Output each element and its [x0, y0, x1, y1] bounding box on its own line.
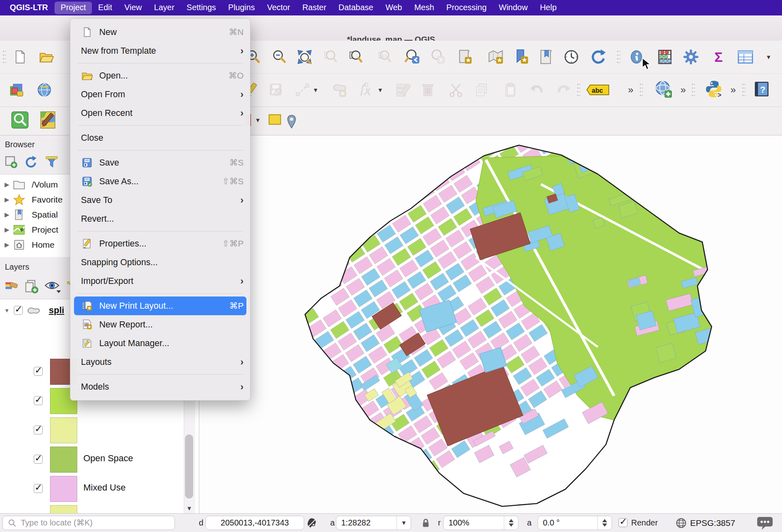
annotation-dropdown-caret[interactable]: ▾ [253, 111, 263, 129]
menubar-item-web[interactable]: Web [379, 2, 408, 14]
help-icon[interactable]: ? [752, 80, 771, 98]
menu-item-models[interactable]: Models› [70, 377, 250, 396]
layout-manager-icon[interactable] [486, 48, 505, 66]
render-checkbox[interactable] [619, 518, 627, 527]
menu-item-new-from-template[interactable]: New from Template› [70, 41, 250, 60]
layers-scrollbar-down-icon[interactable]: ▼ [184, 503, 195, 513]
menu-item-save[interactable]: Save⌘S [70, 153, 250, 172]
magnifier-spin-buttons[interactable] [504, 516, 518, 530]
menu-item-new-print-layout[interactable]: New Print Layout...⌘P [74, 297, 246, 315]
layers-scrollbar-thumb[interactable] [185, 434, 193, 499]
toolbar-overflow-chevron[interactable]: » [727, 81, 739, 99]
open-project-icon[interactable] [37, 48, 55, 66]
data-source-manager-icon[interactable] [7, 81, 26, 99]
toolbar-grip[interactable] [691, 83, 695, 97]
crs-globe-icon[interactable] [674, 516, 688, 530]
metasearch-globe-icon[interactable] [654, 80, 673, 98]
modify-attributes-icon[interactable] [394, 81, 412, 99]
zoom-native-icon[interactable]: 1:1 [375, 48, 394, 66]
menubar-item-mesh[interactable]: Mesh [408, 2, 440, 14]
menubar-item-raster[interactable]: Raster [296, 2, 332, 14]
attribute-table-dropdown-caret[interactable]: ▾ [763, 48, 774, 66]
vertex-tool-icon[interactable] [357, 81, 375, 99]
temporal-controller-icon[interactable] [562, 48, 581, 66]
statistical-summary-icon[interactable] [656, 48, 674, 66]
legend-swatch[interactable] [50, 417, 77, 443]
options-gear-icon[interactable] [682, 48, 700, 66]
menu-item-save-as[interactable]: Save As...⇧⌘S [70, 172, 250, 191]
menu-item-snapping-options[interactable]: Snapping Options... [70, 253, 250, 272]
browser-item-favorites[interactable]: ▶ Favorite [2, 194, 63, 206]
toolbar-grip[interactable] [616, 50, 620, 64]
menubar-item-processing[interactable]: Processing [440, 2, 493, 14]
zoom-last-icon[interactable] [403, 48, 422, 66]
expand-caret-icon[interactable]: ▶ [2, 226, 12, 233]
browser-refresh-icon[interactable] [22, 153, 39, 170]
coordinate-field[interactable]: 2050013,-4017343 [205, 516, 304, 530]
shape-digitizing-icon[interactable] [330, 81, 349, 99]
manage-visibility-icon[interactable] [43, 277, 63, 295]
menu-item-new-report[interactable]: New Report... [70, 315, 250, 334]
toolbar-grip[interactable] [742, 83, 745, 97]
zoom-next-icon[interactable] [428, 48, 447, 66]
legend-checkbox[interactable] [34, 425, 43, 434]
menu-item-properties[interactable]: Properties...⇧⌘P [70, 234, 250, 253]
menu-item-layout-manager[interactable]: Layout Manager... [70, 334, 250, 353]
scale-dropdown-caret[interactable]: ▾ [396, 516, 411, 530]
menubar-item-database[interactable]: Database [332, 2, 379, 14]
new-bookmark-icon[interactable] [512, 48, 531, 66]
expand-caret-icon[interactable]: ▶ [2, 181, 12, 188]
expand-caret-icon[interactable]: ▶ [2, 241, 12, 249]
legend-checkbox[interactable] [34, 367, 43, 376]
legend-checkbox[interactable] [34, 455, 43, 464]
browser-item-home[interactable]: ▶ Home [2, 239, 54, 251]
layer-visibility-checkbox[interactable] [14, 306, 23, 315]
rotation-spinbox[interactable]: 0.0 ° [538, 516, 612, 530]
map-canvas[interactable] [199, 135, 782, 513]
crs-status[interactable]: EPSG:3857 [690, 518, 735, 528]
menu-item-new[interactable]: New⌘N [70, 23, 250, 41]
messages-bubble-icon[interactable] [756, 516, 774, 530]
magnifier-spinbox[interactable]: 100% [443, 516, 518, 530]
menu-item-save-to[interactable]: Save To› [70, 191, 250, 209]
menubar-item-vector[interactable]: Vector [261, 2, 296, 14]
attribute-table-icon[interactable] [736, 48, 755, 66]
menubar-item-window[interactable]: Window [493, 2, 534, 14]
menubar-item-help[interactable]: Help [534, 2, 563, 14]
toolbar-grip[interactable] [577, 83, 580, 97]
menubar-item-plugins[interactable]: Plugins [222, 2, 261, 14]
map-style-edit-icon[interactable] [39, 111, 58, 129]
menu-item-close[interactable]: Close [70, 129, 250, 147]
python-console-icon[interactable]: > [704, 80, 723, 98]
browser-add-layer-icon[interactable] [2, 153, 20, 170]
toolbar-grip[interactable] [2, 50, 6, 64]
lock-scale-icon[interactable] [419, 516, 433, 530]
redo-icon[interactable] [554, 81, 573, 99]
extents-toggle-icon[interactable] [305, 516, 319, 530]
menu-item-open-recent[interactable]: Open Recent› [70, 104, 250, 122]
menubar-item-view[interactable]: View [118, 2, 148, 14]
add-group-icon[interactable] [23, 277, 41, 295]
delete-selected-icon[interactable] [418, 81, 437, 99]
legend-swatch[interactable] [50, 505, 77, 514]
show-bookmarks-icon[interactable] [537, 48, 555, 66]
menubar-item-edit[interactable]: Edit [92, 2, 118, 14]
digitize-dropdown-caret[interactable]: ▾ [311, 81, 320, 99]
expand-caret-icon[interactable]: ▶ [2, 196, 12, 203]
undo-icon[interactable] [527, 81, 546, 99]
zoom-to-layer-icon[interactable] [346, 48, 365, 66]
menu-item-layouts[interactable]: Layouts› [70, 353, 250, 371]
new-print-layout-icon[interactable] [455, 48, 474, 66]
browser-item-spatial-bookmarks[interactable]: ▶ Spatial [2, 209, 58, 221]
legend-checkbox[interactable] [34, 484, 43, 493]
cut-features-icon[interactable] [447, 81, 465, 99]
legend-swatch[interactable] [50, 447, 77, 473]
web-globe-icon[interactable] [35, 81, 54, 99]
expand-caret-icon[interactable]: ▶ [2, 211, 12, 218]
metasearch-icon[interactable] [11, 111, 29, 129]
locate-search-field[interactable] [2, 516, 175, 530]
vertex-dropdown-caret[interactable]: ▾ [375, 81, 385, 99]
decoration-pin-icon[interactable] [282, 112, 301, 131]
browser-item-volumes[interactable]: ▶ /Volum [2, 179, 58, 191]
legend-checkbox[interactable] [34, 396, 43, 405]
